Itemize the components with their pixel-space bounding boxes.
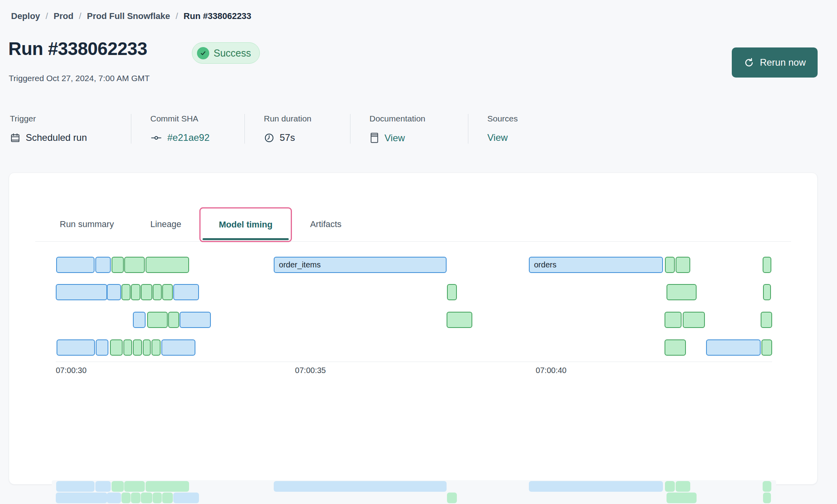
sources-link[interactable]: View xyxy=(487,132,508,143)
minimap-bar xyxy=(56,493,107,503)
metadata-value: 57s xyxy=(264,132,346,143)
tab-bar: Run summaryLineageModel timingArtifacts xyxy=(35,207,791,242)
gantt-bar[interactable] xyxy=(763,257,771,273)
gantt-bar[interactable] xyxy=(180,312,211,328)
gantt-bar[interactable] xyxy=(146,257,189,273)
minimap-bar xyxy=(529,481,663,492)
breadcrumb-link-deploy[interactable]: Deploy xyxy=(11,11,40,21)
gantt-axis-line xyxy=(56,362,772,362)
gantt-bar[interactable] xyxy=(133,312,146,328)
minimap-bar xyxy=(141,493,152,503)
minimap-bar xyxy=(153,493,162,503)
gantt-bar[interactable] xyxy=(124,257,145,273)
minimap-row-2 xyxy=(56,493,772,503)
axis-tick-label: 07:00:30 xyxy=(56,366,87,375)
gantt-bar[interactable] xyxy=(112,257,124,273)
gantt-bar[interactable] xyxy=(676,257,690,273)
minimap-bar xyxy=(95,481,111,492)
gantt-bar[interactable] xyxy=(56,257,95,273)
breadcrumb-link-prod[interactable]: Prod xyxy=(53,11,73,21)
calendar-icon xyxy=(10,133,21,143)
gantt-bar[interactable] xyxy=(665,257,675,273)
gantt-bar-order-items[interactable]: order_items xyxy=(274,257,447,273)
gantt-bar[interactable] xyxy=(133,339,142,356)
gantt-bar[interactable] xyxy=(147,312,168,328)
gantt-bar[interactable] xyxy=(151,339,161,356)
gantt-bar[interactable] xyxy=(56,284,107,300)
gantt-bar[interactable] xyxy=(121,284,131,300)
gantt-bar-label: orders xyxy=(530,258,662,272)
page-title: Run #338062233 xyxy=(8,38,147,59)
gantt-bar[interactable] xyxy=(143,339,151,356)
breadcrumb-separator: / xyxy=(79,11,81,21)
gantt-bar[interactable] xyxy=(168,312,179,328)
gantt-bar[interactable] xyxy=(665,339,686,356)
metadata-value: #e21ae92 xyxy=(150,132,240,143)
minimap-bar xyxy=(121,493,131,503)
gantt-bar[interactable] xyxy=(162,284,173,300)
commit-icon xyxy=(150,133,162,143)
tab-run-summary[interactable]: Run summary xyxy=(42,207,132,241)
triggered-timestamp: Triggered Oct 27, 2024, 7:00 AM GMT xyxy=(9,74,150,83)
rerun-now-button[interactable]: Rerun now xyxy=(732,47,818,78)
minimap-bar xyxy=(676,481,690,492)
gantt-bar[interactable] xyxy=(665,312,682,328)
breadcrumb-link-prod-full-snowflake[interactable]: Prod Full Snowflake xyxy=(87,11,170,21)
gantt-bar[interactable] xyxy=(447,312,472,328)
gantt-bar[interactable] xyxy=(667,284,697,300)
tab-lineage[interactable]: Lineage xyxy=(132,207,199,241)
metadata-value: Scheduled run xyxy=(10,132,127,143)
status-badge-label: Success xyxy=(214,47,251,59)
minimap-bar xyxy=(173,493,199,503)
minimap-bar xyxy=(447,493,457,503)
gantt-bar-label: order_items xyxy=(275,258,446,272)
gantt-bar[interactable] xyxy=(161,339,195,356)
metadata-trigger: TriggerScheduled run xyxy=(10,114,131,144)
metadata-label: Sources xyxy=(487,114,559,123)
rerun-label: Rerun now xyxy=(760,57,806,68)
gantt-bar[interactable] xyxy=(153,284,162,300)
gantt-bar[interactable] xyxy=(763,284,771,300)
gantt-bar[interactable] xyxy=(141,284,152,300)
commit-sha-link[interactable]: #e21ae92 xyxy=(167,132,210,143)
gantt-row-1: order_itemsorders xyxy=(56,257,772,273)
gantt-bar[interactable] xyxy=(447,284,457,300)
gantt-bar[interactable] xyxy=(107,284,121,300)
tab-artifacts[interactable]: Artifacts xyxy=(292,207,360,241)
minimap-bar xyxy=(274,481,447,492)
gantt-bar[interactable] xyxy=(761,312,772,328)
gantt-minimap-brush[interactable] xyxy=(52,480,776,504)
status-badge: Success xyxy=(192,42,260,64)
gantt-bar[interactable] xyxy=(96,339,108,356)
gantt-bar[interactable] xyxy=(131,284,140,300)
minimap-bar xyxy=(763,481,771,492)
gantt-row-2 xyxy=(56,284,772,300)
minimap-bar xyxy=(146,481,189,492)
metadata-value-text: 57s xyxy=(280,132,295,143)
metadata-label: Run duration xyxy=(264,114,346,123)
axis-tick-label: 07:00:35 xyxy=(295,366,326,375)
metadata-value: View xyxy=(369,132,464,144)
tab-model-timing[interactable]: Model timing xyxy=(199,207,292,242)
breadcrumb: Deploy/Prod/Prod Full Snowflake/Run #338… xyxy=(11,11,251,21)
minimap-bar xyxy=(162,493,173,503)
gantt-bar[interactable] xyxy=(683,312,705,328)
gantt-bar[interactable] xyxy=(706,339,761,356)
minimap-row-1 xyxy=(56,481,772,492)
metadata-sources: SourcesView xyxy=(468,114,563,144)
run-metadata-row: TriggerScheduled runCommit SHA#e21ae92Ru… xyxy=(10,114,563,144)
gantt-row-4 xyxy=(56,339,772,356)
documentation-link[interactable]: View xyxy=(384,133,405,144)
gantt-bar[interactable] xyxy=(57,339,95,356)
gantt-bar-orders[interactable]: orders xyxy=(529,257,663,273)
gantt-bar[interactable] xyxy=(173,284,199,300)
gantt-row-3 xyxy=(56,312,772,328)
gantt-bar[interactable] xyxy=(123,339,132,356)
gantt-bar[interactable] xyxy=(110,339,123,356)
metadata-value: View xyxy=(487,132,559,143)
gantt-bar[interactable] xyxy=(95,257,111,273)
metadata-label: Documentation xyxy=(369,114,464,123)
breadcrumb-separator: / xyxy=(176,11,178,21)
gantt-bar[interactable] xyxy=(761,339,772,356)
run-detail-card: Run summaryLineageModel timingArtifacts … xyxy=(9,172,818,485)
